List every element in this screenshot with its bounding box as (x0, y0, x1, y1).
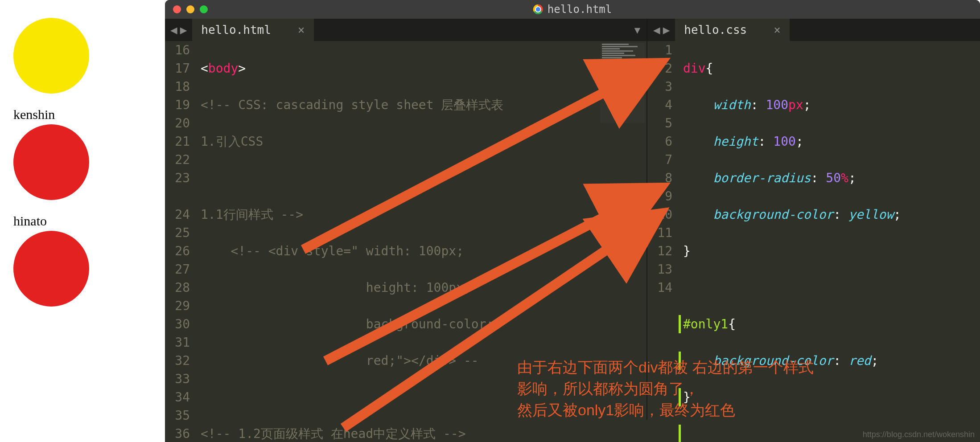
nav-arrows-right[interactable]: ◀ ▶ (648, 19, 675, 41)
nav-forward-icon[interactable]: ▶ (180, 23, 187, 37)
nav-back-icon[interactable]: ◀ (653, 23, 660, 37)
gutter-left: 16 17 18 19 20 21 22 23 24 25 26 27 28 2… (165, 41, 196, 420)
close-tab-icon[interactable]: × (774, 23, 781, 37)
maximize-window-button[interactable] (200, 5, 208, 13)
window-title-text: hello.html (548, 3, 612, 16)
chrome-icon (533, 4, 543, 14)
window-titlebar: hello.html (165, 0, 980, 19)
close-window-button[interactable] (173, 5, 181, 13)
window-title: hello.html (533, 3, 612, 16)
preview-circle-red-2 (13, 231, 89, 307)
close-tab-icon[interactable]: × (298, 23, 305, 37)
tab-label: hello.html (201, 23, 271, 37)
chevron-down-icon: ▼ (634, 25, 640, 36)
minimap-left[interactable] (600, 43, 645, 123)
minimize-window-button[interactable] (186, 5, 194, 13)
tab-hello-html[interactable]: hello.html × (192, 19, 314, 41)
tab-label: hello.css (684, 23, 747, 37)
preview-label-kenshin: kenshin (13, 107, 152, 122)
tab-hello-css[interactable]: hello.css × (675, 19, 790, 41)
nav-forward-icon[interactable]: ▶ (663, 23, 670, 37)
tabbar-right: ◀ ▶ hello.css × (647, 19, 980, 41)
preview-circle-yellow (13, 18, 89, 94)
tab-dropdown-button[interactable]: ▼ (628, 19, 646, 41)
browser-preview: kenshin hinato (0, 0, 165, 442)
nav-back-icon[interactable]: ◀ (170, 23, 177, 37)
nav-arrows-left[interactable]: ◀ ▶ (165, 19, 192, 41)
watermark: https://blog.csdn.net/wokenshin (863, 430, 975, 439)
tabbar-left: ◀ ▶ hello.html × ▼ (165, 19, 646, 41)
preview-label-hinato: hinato (13, 213, 152, 229)
annotation-text: 由于右边下面两个div都被 右边的第一个样式 影响，所以都称为圆角了， 然后又被… (517, 356, 814, 421)
traffic-lights (173, 5, 208, 13)
editor-window: hello.html ◀ ▶ hello.html × ▼ (165, 0, 980, 442)
preview-circle-red-1 (13, 124, 89, 200)
